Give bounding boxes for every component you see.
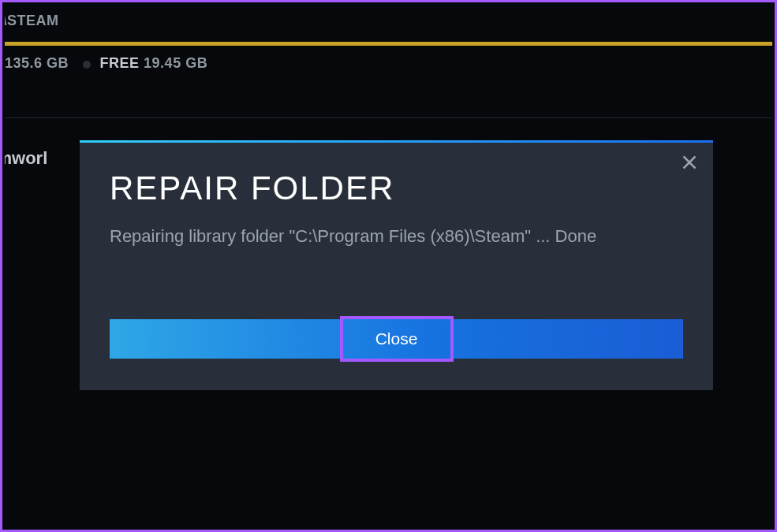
dialog-close-button[interactable]: [682, 151, 704, 173]
free-label: FREE: [100, 55, 140, 71]
library-item-text: eamworl: [5, 148, 47, 168]
library-path-text: 86)\STEAM: [5, 13, 59, 28]
close-icon: [682, 154, 697, 170]
storage-usage-bar: [5, 42, 772, 46]
dialog-actions: Close: [80, 319, 713, 390]
close-button-label: Close: [336, 322, 458, 356]
library-path: 86)\STEAM: [5, 5, 772, 39]
dialog-title: REPAIR FOLDER: [110, 169, 683, 207]
dialog-body: REPAIR FOLDER Repairing library folder "…: [80, 143, 713, 319]
repair-folder-dialog: REPAIR FOLDER Repairing library folder "…: [80, 140, 713, 390]
free-dot-icon: [83, 61, 91, 69]
free-chunk: FREE 19.45 GB: [83, 55, 207, 72]
dialog-message: Repairing library folder "C:\Program Fil…: [110, 225, 683, 248]
divider: [5, 117, 772, 118]
close-button[interactable]: Close: [110, 319, 683, 359]
storage-info-row: 135.6 GB FREE 19.45 GB: [5, 55, 772, 86]
used-size: 135.6 GB: [5, 55, 69, 72]
free-size: 19.45 GB: [144, 55, 207, 71]
